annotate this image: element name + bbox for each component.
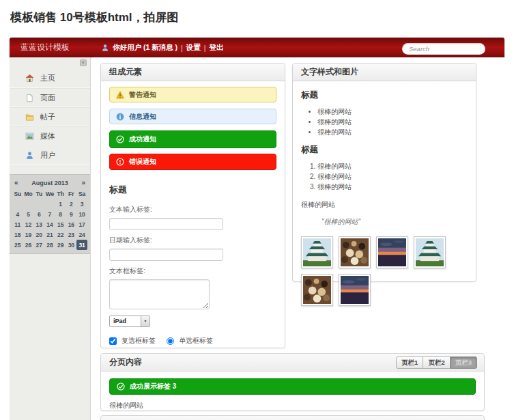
checkbox-label: 复选框标签 — [122, 336, 156, 346]
list-item: 很棒的网站 — [317, 161, 468, 171]
calendar-day[interactable]: 19 — [23, 229, 34, 240]
textarea-field[interactable] — [109, 279, 210, 309]
calendar-day[interactable]: 5 — [23, 209, 34, 219]
list-item: 很棒的网站 — [317, 171, 468, 182]
calendar-day[interactable]: 16 — [66, 219, 77, 229]
weekday: Su — [12, 188, 23, 199]
calendar-day[interactable]: 14 — [44, 219, 55, 229]
sidebar-item-pages[interactable]: 页面 — [10, 88, 90, 107]
tab-body-text: 很棒的网站 — [109, 401, 476, 410]
calendar-day[interactable]: 9 — [66, 209, 77, 219]
thumbnail-castle[interactable] — [414, 236, 446, 268]
calendar-day[interactable]: 1 — [55, 199, 66, 209]
divider: | — [204, 44, 206, 52]
calendar-day-selected[interactable]: 31 — [76, 240, 87, 250]
calendar-day[interactable]: 26 — [23, 240, 34, 250]
date-input[interactable] — [109, 249, 223, 261]
weekday: We — [44, 188, 55, 199]
calendar-day[interactable]: 20 — [33, 229, 44, 240]
device-select[interactable]: iPad ▼ — [109, 316, 150, 327]
sunset-image — [378, 238, 406, 266]
weekday: Fr — [66, 188, 77, 199]
calendar-day[interactable]: 25 — [12, 240, 23, 250]
tab-2[interactable]: 页栏2 — [423, 356, 450, 369]
calendar-day[interactable]: 15 — [55, 219, 66, 229]
info-icon — [116, 113, 124, 121]
thumbnail-sunset[interactable] — [376, 236, 408, 268]
divider: | — [181, 44, 183, 52]
tab-3-active[interactable]: 页栏3 — [450, 356, 477, 369]
weekday: Mo — [23, 188, 34, 199]
radio-input[interactable] — [167, 337, 174, 345]
user-greeting-link[interactable]: 你好用户 (1 新消息 ) — [113, 43, 177, 53]
castle-image — [416, 238, 444, 266]
calendar-day[interactable]: 2 — [66, 199, 77, 209]
sidebar-item-label: 帖子 — [40, 112, 55, 122]
calendar-next-button[interactable]: » — [81, 179, 85, 186]
search-input[interactable] — [402, 43, 485, 55]
calendar-day[interactable]: 27 — [33, 240, 44, 250]
tab-1[interactable]: 页栏1 — [396, 356, 423, 369]
success-banner: 成功展示标签 3 — [109, 378, 476, 395]
calendar-day[interactable]: 4 — [12, 209, 23, 219]
calendar-day[interactable]: 6 — [33, 209, 44, 219]
person-icon — [25, 151, 34, 160]
calendar-day[interactable]: 17 — [76, 219, 87, 229]
thumbnail-sunset[interactable] — [339, 274, 371, 306]
panel-title: 组成元素 — [109, 66, 142, 78]
sidebar-item-home[interactable]: 主页 — [10, 69, 90, 88]
components-panel: 组成元素 警告通知 信息通知 成功通知 — [100, 63, 285, 348]
panel-title: 文字样式和图片 — [301, 66, 358, 78]
warning-icon — [116, 91, 124, 99]
text-input-label: 文本输入标签: — [109, 205, 276, 214]
sidebar-collapse-button[interactable]: « — [80, 59, 87, 66]
app-body: « 主页 页面 帖子 媒体 — [10, 57, 504, 420]
logout-link[interactable]: 登出 — [210, 43, 224, 53]
alert-label: 成功通知 — [129, 135, 156, 144]
calendar-day[interactable]: 22 — [55, 229, 66, 240]
calendar-day[interactable]: 11 — [12, 219, 23, 229]
calendar-day[interactable]: 30 — [66, 240, 77, 250]
settings-link[interactable]: 设置 — [186, 43, 201, 53]
bullet-list: 很棒的网站 很棒的网站 很棒的网站 — [317, 107, 468, 137]
sidebar-item-users[interactable]: 用户 — [10, 145, 90, 165]
calendar-day[interactable]: 18 — [12, 229, 23, 240]
folder-icon — [25, 113, 34, 122]
thumbnail-castle[interactable] — [301, 236, 333, 268]
sidebar-item-posts[interactable]: 帖子 — [10, 107, 90, 126]
calendar-day[interactable]: 8 — [55, 209, 66, 219]
sidebar: « 主页 页面 帖子 媒体 — [10, 57, 91, 420]
calendar-day[interactable]: 13 — [33, 219, 44, 229]
calendar-day[interactable]: 29 — [55, 240, 66, 250]
calendar-day[interactable]: 7 — [44, 209, 55, 219]
checkbox-input[interactable] — [109, 337, 117, 345]
success-alert: 成功通知 — [109, 130, 276, 148]
thumbnail-crowd[interactable] — [339, 236, 371, 268]
calendar-day[interactable]: 3 — [76, 199, 87, 209]
sidebar-item-media[interactable]: 媒体 — [10, 126, 90, 145]
calendar-day[interactable]: 12 — [23, 219, 34, 229]
next-panel-partial — [100, 415, 485, 420]
info-alert: 信息通知 — [109, 109, 276, 124]
list-item: 很棒的网站 — [317, 117, 468, 127]
calendar-widget: « August 2013 » Su Mo Tu We Th Fr Sa — [10, 174, 90, 254]
sidebar-item-label: 媒体 — [40, 131, 55, 141]
form-heading: 标题 — [109, 184, 276, 196]
crowd-image — [303, 276, 331, 304]
calendar-day[interactable]: 21 — [44, 229, 55, 240]
brand-logo[interactable]: 蓝蓝设计模板 — [20, 38, 70, 57]
text-styles-panel: 文字样式和图片 标题 很棒的网站 很棒的网站 很棒的网站 标题 很棒的网站 很棒… — [292, 63, 476, 282]
list-item: 很棒的网站 — [317, 107, 468, 117]
thumbnail-crowd[interactable] — [301, 274, 333, 306]
sunset-image — [341, 276, 369, 304]
home-icon — [25, 74, 34, 83]
text-input[interactable] — [109, 218, 223, 230]
calendar-day — [23, 199, 34, 209]
calendar-day[interactable]: 28 — [44, 240, 55, 250]
calendar-prev-button[interactable]: « — [14, 179, 18, 186]
alert-label: 错误通知 — [129, 157, 156, 167]
calendar-day[interactable]: 10 — [76, 209, 87, 219]
calendar-day[interactable]: 23 — [66, 229, 77, 240]
sidebar-menu: 主页 页面 帖子 媒体 用户 — [10, 69, 90, 165]
calendar-day[interactable]: 24 — [76, 229, 87, 240]
